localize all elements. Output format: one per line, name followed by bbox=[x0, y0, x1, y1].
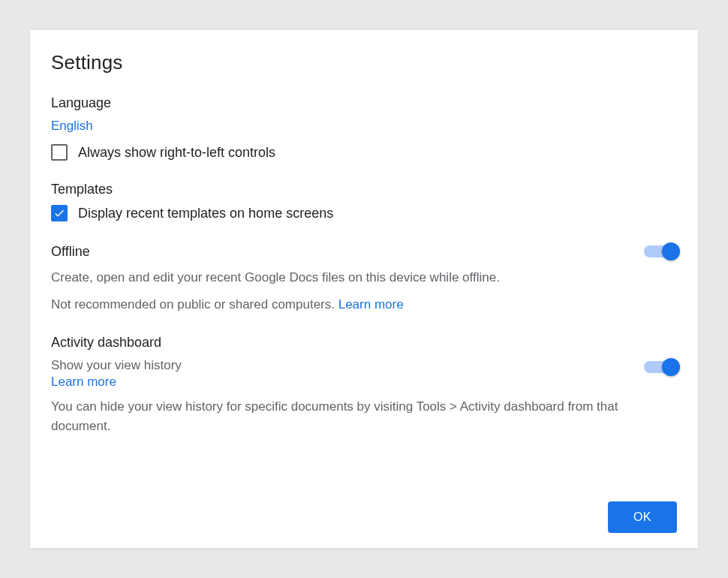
offline-learn-more-link[interactable]: Learn more bbox=[338, 297, 404, 312]
offline-description-2: Not recommended on public or shared comp… bbox=[51, 295, 677, 315]
rtl-checkbox-row: Always show right-to-left controls bbox=[51, 144, 677, 161]
templates-checkbox-label: Display recent templates on home screens bbox=[78, 206, 333, 221]
templates-checkbox-row: Display recent templates on home screens bbox=[51, 205, 677, 221]
check-icon bbox=[53, 207, 65, 219]
activity-sub-label: Show your view history bbox=[51, 358, 629, 373]
templates-header: Templates bbox=[51, 182, 677, 197]
button-row: OK bbox=[51, 486, 677, 533]
activity-toggle[interactable] bbox=[644, 358, 677, 376]
activity-toggle-content: Show your view history Learn more bbox=[51, 358, 629, 390]
activity-learn-more-link[interactable]: Learn more bbox=[51, 375, 116, 390]
language-section: Language English Always show right-to-le… bbox=[51, 95, 677, 161]
dialog-title: Settings bbox=[51, 51, 677, 74]
language-link[interactable]: English bbox=[51, 119, 93, 133]
settings-dialog: Settings Language English Always show ri… bbox=[30, 30, 698, 548]
ok-button[interactable]: OK bbox=[608, 501, 677, 533]
templates-section: Templates Display recent templates on ho… bbox=[51, 182, 677, 221]
offline-description-2-text: Not recommended on public or shared comp… bbox=[51, 297, 338, 312]
activity-toggle-row: Show your view history Learn more bbox=[51, 358, 677, 390]
activity-header: Activity dashboard bbox=[51, 335, 677, 351]
offline-header: Offline bbox=[51, 244, 90, 260]
activity-section: Activity dashboard Show your view histor… bbox=[51, 335, 677, 435]
toggle-thumb bbox=[662, 242, 680, 260]
offline-description-1: Create, open and edit your recent Google… bbox=[51, 268, 677, 287]
templates-checkbox[interactable] bbox=[51, 205, 68, 221]
offline-section: Offline Create, open and edit your recen… bbox=[51, 242, 677, 314]
offline-header-row: Offline bbox=[51, 242, 677, 260]
toggle-thumb bbox=[662, 358, 680, 376]
offline-toggle[interactable] bbox=[644, 242, 677, 260]
language-header: Language bbox=[51, 95, 677, 111]
rtl-checkbox-label: Always show right-to-left controls bbox=[78, 145, 275, 161]
activity-description: You can hide your view history for speci… bbox=[51, 397, 677, 435]
rtl-checkbox[interactable] bbox=[51, 144, 68, 161]
